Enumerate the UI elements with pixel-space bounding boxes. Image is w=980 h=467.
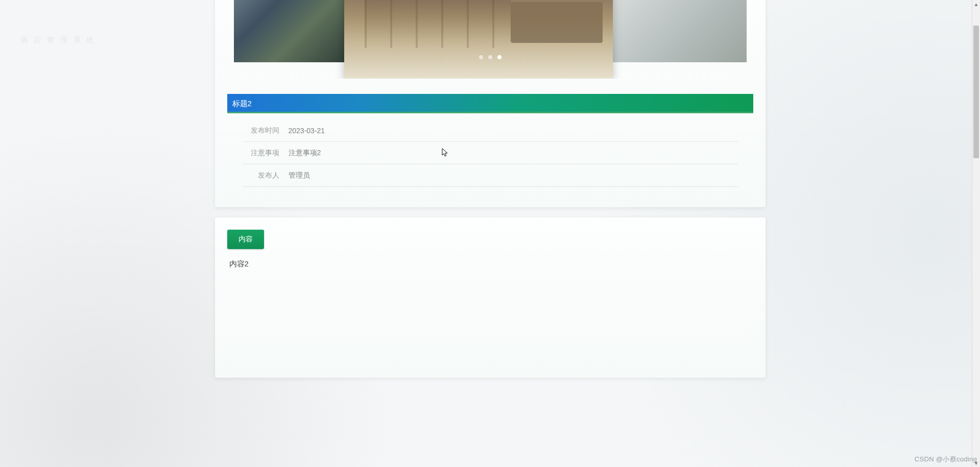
info-label: 发布人 xyxy=(243,171,289,180)
carousel-dot-3[interactable] xyxy=(497,55,501,59)
info-row-notes: 注意事项 注意事项2 xyxy=(243,142,738,164)
content-tab-label: 内容 xyxy=(238,235,253,243)
page-container: 标题2 发布时间 2023-03-21 注意事项 注意事项2 发布人 管理员 xyxy=(215,0,766,378)
content-card-inner: 内容 内容2 xyxy=(215,217,766,289)
content-card: 内容 内容2 xyxy=(215,217,766,378)
info-value: 2023-03-21 xyxy=(289,127,738,135)
section-title-bar: 标题2 xyxy=(227,94,753,113)
vertical-scrollbar[interactable]: ▲ ▼ xyxy=(972,0,980,467)
info-card-inner: 标题2 发布时间 2023-03-21 注意事项 注意事项2 发布人 管理员 xyxy=(215,0,766,207)
info-label: 发布时间 xyxy=(243,126,289,135)
carousel-dots xyxy=(479,55,501,59)
carousel-slide-prev[interactable] xyxy=(234,0,344,62)
info-list: 发布时间 2023-03-21 注意事项 注意事项2 发布人 管理员 xyxy=(243,119,738,187)
carousel-dot-2[interactable] xyxy=(488,55,492,59)
info-value: 注意事项2 xyxy=(289,149,738,158)
info-value: 管理员 xyxy=(289,171,738,180)
scrollbar-up-button[interactable]: ▲ xyxy=(972,0,980,8)
info-card: 标题2 发布时间 2023-03-21 注意事项 注意事项2 发布人 管理员 xyxy=(215,0,766,207)
image-carousel[interactable] xyxy=(234,0,747,79)
info-row-publish-time: 发布时间 2023-03-21 xyxy=(243,119,738,142)
carousel-slide-current[interactable] xyxy=(344,0,613,79)
content-body: 内容2 xyxy=(229,259,753,269)
info-label: 注意事项 xyxy=(243,149,289,158)
info-row-publisher: 发布人 管理员 xyxy=(243,164,738,187)
section-title-text: 标题2 xyxy=(232,99,252,108)
background-watermark: 酒 店 管 理 系 统 xyxy=(20,36,95,45)
csdn-watermark: CSDN @小蔡coding xyxy=(915,455,977,464)
scrollbar-thumb[interactable] xyxy=(973,26,979,158)
content-tab[interactable]: 内容 xyxy=(227,230,264,249)
carousel-dot-1[interactable] xyxy=(479,55,483,59)
carousel-slide-next[interactable] xyxy=(613,0,747,62)
